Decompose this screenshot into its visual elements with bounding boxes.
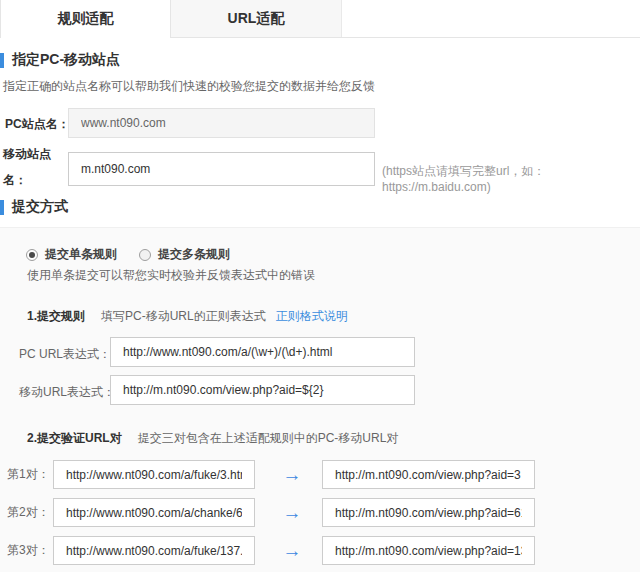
submit-section-title-text: 提交方式 — [12, 198, 68, 216]
pair-1-label: 第1对： — [7, 460, 50, 489]
pair-2-mobile-input[interactable] — [322, 498, 535, 527]
site-section-description: 指定正确的站点名称可以帮助我们快速的校验您提交的数据并给您反馈 — [3, 78, 375, 95]
section-accent-bar — [0, 200, 4, 215]
mobile-site-input[interactable] — [68, 152, 375, 186]
pc-expr-input[interactable] — [110, 337, 415, 367]
rule-step-header: 1.提交规则 填写PC-移动URL的正则表达式 正则格式说明 — [27, 308, 348, 325]
mobile-site-label: 移动站点名： — [3, 141, 59, 193]
verify-step-subtitle: 提交三对包含在上述适配规则中的PC-移动URL对 — [138, 430, 399, 447]
verify-step-title: 2.提交验证URL对 — [27, 430, 122, 447]
pc-site-input — [68, 108, 375, 138]
radio-multi-rule[interactable]: 提交多条规则 — [139, 246, 230, 263]
mobile-site-hint: (https站点请填写完整url，如：https://m.baidu.com) — [382, 163, 640, 194]
pc-site-label: PC站点名： — [5, 116, 70, 133]
mobile-expr-label: 移动URL表达式： — [19, 384, 115, 401]
radio-single-rule-label: 提交单条规则 — [45, 246, 117, 263]
tab-url-adaptation[interactable]: URL适配 — [171, 0, 342, 37]
arrow-right-icon: → — [272, 460, 312, 489]
site-section-title-text: 指定PC-移动站点 — [12, 51, 120, 69]
radio-multi-rule-label: 提交多条规则 — [158, 246, 230, 263]
rule-step-title: 1.提交规则 — [27, 308, 85, 325]
tab-rule-adaptation-label: 规则适配 — [58, 10, 114, 28]
regex-format-help-link[interactable]: 正则格式说明 — [276, 308, 348, 325]
pair-2-label: 第2对： — [7, 498, 50, 527]
tab-bar: 规则适配 URL适配 — [0, 0, 640, 38]
site-section-title: 指定PC-移动站点 — [0, 51, 120, 69]
radio-note: 使用单条提交可以帮您实时校验并反馈表达式中的错误 — [27, 267, 315, 284]
pair-2-pc-input[interactable] — [53, 498, 255, 527]
pair-3-pc-input[interactable] — [53, 536, 255, 565]
pc-expr-label: PC URL表达式： — [19, 346, 111, 363]
tab-url-adaptation-label: URL适配 — [228, 10, 285, 28]
pair-3-label: 第3对： — [7, 536, 50, 565]
rule-adaptation-page: 规则适配 URL适配 指定PC-移动站点 指定正确的站点名称可以帮助我们快速的校… — [0, 0, 640, 572]
tab-rule-adaptation[interactable]: 规则适配 — [0, 0, 171, 38]
pair-3-mobile-input[interactable] — [322, 536, 535, 565]
radio-checked-icon — [26, 249, 38, 261]
pair-1-mobile-input[interactable] — [322, 460, 535, 489]
radio-single-rule[interactable]: 提交单条规则 — [26, 246, 117, 263]
radio-unchecked-icon — [139, 249, 151, 261]
arrow-right-icon: → — [272, 498, 312, 527]
rule-type-radio-group: 提交单条规则 提交多条规则 — [26, 246, 230, 263]
mobile-expr-input[interactable] — [110, 375, 415, 405]
submit-section-title: 提交方式 — [0, 198, 68, 216]
section-accent-bar — [0, 53, 4, 68]
pair-1-pc-input[interactable] — [53, 460, 255, 489]
rule-step-subtitle: 填写PC-移动URL的正则表达式 — [101, 308, 266, 325]
verify-step-header: 2.提交验证URL对 提交三对包含在上述适配规则中的PC-移动URL对 — [27, 430, 398, 447]
arrow-right-icon: → — [272, 536, 312, 565]
